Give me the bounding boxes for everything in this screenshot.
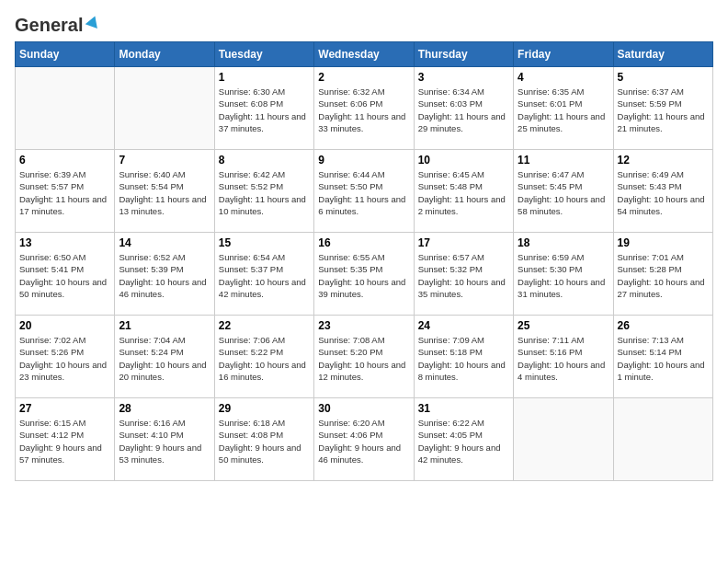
calendar-cell: 6Sunrise: 6:39 AM Sunset: 5:57 PM Daylig… [16,150,115,233]
svg-marker-0 [85,14,101,29]
calendar-cell: 25Sunrise: 7:11 AM Sunset: 5:16 PM Dayli… [514,316,613,398]
day-info: Sunrise: 7:13 AM Sunset: 5:14 PM Dayligh… [618,334,709,383]
day-info: Sunrise: 6:45 AM Sunset: 5:48 PM Dayligh… [418,168,509,217]
day-number: 11 [518,154,609,167]
calendar-cell: 13Sunrise: 6:50 AM Sunset: 5:41 PM Dayli… [16,233,115,316]
day-info: Sunrise: 6:30 AM Sunset: 6:08 PM Dayligh… [219,86,310,134]
day-info: Sunrise: 6:52 AM Sunset: 5:39 PM Dayligh… [119,251,210,300]
calendar-cell: 2Sunrise: 6:32 AM Sunset: 6:06 PM Daylig… [314,67,414,150]
calendar-cell [16,67,115,150]
day-info: Sunrise: 6:32 AM Sunset: 6:06 PM Dayligh… [318,86,409,134]
week-row-3: 13Sunrise: 6:50 AM Sunset: 5:41 PM Dayli… [16,233,713,316]
day-number: 14 [119,236,210,249]
day-number: 12 [618,154,709,167]
calendar-cell: 15Sunrise: 6:54 AM Sunset: 5:37 PM Dayli… [214,233,313,316]
day-number: 26 [618,319,709,332]
calendar-cell: 29Sunrise: 6:18 AM Sunset: 4:08 PM Dayli… [214,398,313,481]
calendar-cell: 8Sunrise: 6:42 AM Sunset: 5:52 PM Daylig… [214,150,313,233]
day-info: Sunrise: 6:44 AM Sunset: 5:50 PM Dayligh… [318,168,409,217]
day-number: 17 [418,236,509,249]
page-header: General [15,15,713,32]
weekday-header-wednesday: Wednesday [314,42,414,67]
calendar-cell: 19Sunrise: 7:01 AM Sunset: 5:28 PM Dayli… [613,233,712,316]
weekday-header-saturday: Saturday [613,42,712,67]
day-info: Sunrise: 6:47 AM Sunset: 5:45 PM Dayligh… [518,168,609,217]
calendar-cell: 9Sunrise: 6:44 AM Sunset: 5:50 PM Daylig… [314,150,414,233]
day-number: 16 [318,236,409,249]
week-row-5: 27Sunrise: 6:15 AM Sunset: 4:12 PM Dayli… [16,398,713,481]
calendar-cell: 4Sunrise: 6:35 AM Sunset: 6:01 PM Daylig… [514,67,613,150]
day-number: 5 [618,71,709,84]
calendar-cell: 27Sunrise: 6:15 AM Sunset: 4:12 PM Dayli… [16,398,115,481]
day-number: 1 [219,71,310,84]
day-info: Sunrise: 7:08 AM Sunset: 5:20 PM Dayligh… [318,334,409,383]
day-info: Sunrise: 7:02 AM Sunset: 5:26 PM Dayligh… [19,334,110,383]
day-info: Sunrise: 7:01 AM Sunset: 5:28 PM Dayligh… [618,251,709,300]
day-info: Sunrise: 6:57 AM Sunset: 5:32 PM Dayligh… [418,251,509,300]
day-info: Sunrise: 6:59 AM Sunset: 5:30 PM Dayligh… [518,251,609,300]
day-info: Sunrise: 6:42 AM Sunset: 5:52 PM Dayligh… [219,168,310,217]
calendar-cell [115,67,214,150]
day-number: 20 [19,319,110,332]
calendar-cell: 5Sunrise: 6:37 AM Sunset: 5:59 PM Daylig… [613,67,712,150]
calendar-cell [514,398,613,481]
day-number: 28 [119,402,210,415]
calendar-cell: 11Sunrise: 6:47 AM Sunset: 5:45 PM Dayli… [514,150,613,233]
calendar-cell: 22Sunrise: 7:06 AM Sunset: 5:22 PM Dayli… [214,316,313,398]
weekday-header-sunday: Sunday [16,42,115,67]
calendar-cell: 16Sunrise: 6:55 AM Sunset: 5:35 PM Dayli… [314,233,414,316]
weekday-header-thursday: Thursday [414,42,513,67]
calendar-cell: 17Sunrise: 6:57 AM Sunset: 5:32 PM Dayli… [414,233,513,316]
day-number: 18 [518,236,609,249]
day-number: 19 [618,236,709,249]
logo-bird-icon [85,14,101,30]
day-number: 4 [518,71,609,84]
day-number: 2 [318,71,409,84]
day-number: 22 [219,319,310,332]
weekday-header-friday: Friday [514,42,613,67]
calendar-cell: 20Sunrise: 7:02 AM Sunset: 5:26 PM Dayli… [16,316,115,398]
day-number: 29 [219,402,310,415]
day-info: Sunrise: 6:22 AM Sunset: 4:05 PM Dayligh… [418,417,509,465]
calendar-cell: 14Sunrise: 6:52 AM Sunset: 5:39 PM Dayli… [115,233,214,316]
calendar-cell: 12Sunrise: 6:49 AM Sunset: 5:43 PM Dayli… [613,150,712,233]
day-number: 10 [418,154,509,167]
calendar-table: SundayMondayTuesdayWednesdayThursdayFrid… [15,41,713,481]
day-info: Sunrise: 6:34 AM Sunset: 6:03 PM Dayligh… [418,86,509,134]
day-info: Sunrise: 7:09 AM Sunset: 5:18 PM Dayligh… [418,334,509,383]
day-number: 25 [518,319,609,332]
day-number: 13 [19,236,110,249]
day-info: Sunrise: 7:04 AM Sunset: 5:24 PM Dayligh… [119,334,210,383]
day-info: Sunrise: 6:37 AM Sunset: 5:59 PM Dayligh… [618,86,709,134]
calendar-cell: 18Sunrise: 6:59 AM Sunset: 5:30 PM Dayli… [514,233,613,316]
calendar-cell: 21Sunrise: 7:04 AM Sunset: 5:24 PM Dayli… [115,316,214,398]
day-number: 31 [418,402,509,415]
day-info: Sunrise: 6:50 AM Sunset: 5:41 PM Dayligh… [19,251,110,300]
weekday-header-monday: Monday [115,42,214,67]
day-number: 24 [418,319,509,332]
calendar-cell: 30Sunrise: 6:20 AM Sunset: 4:06 PM Dayli… [314,398,414,481]
day-number: 27 [19,402,110,415]
day-info: Sunrise: 6:18 AM Sunset: 4:08 PM Dayligh… [219,417,310,465]
day-number: 3 [418,71,509,84]
calendar-cell: 3Sunrise: 6:34 AM Sunset: 6:03 PM Daylig… [414,67,513,150]
calendar-cell: 31Sunrise: 6:22 AM Sunset: 4:05 PM Dayli… [414,398,513,481]
calendar-cell: 26Sunrise: 7:13 AM Sunset: 5:14 PM Dayli… [613,316,712,398]
day-number: 7 [119,154,210,167]
day-info: Sunrise: 6:49 AM Sunset: 5:43 PM Dayligh… [618,168,709,217]
day-info: Sunrise: 6:55 AM Sunset: 5:35 PM Dayligh… [318,251,409,300]
calendar-cell: 23Sunrise: 7:08 AM Sunset: 5:20 PM Dayli… [314,316,414,398]
day-info: Sunrise: 6:54 AM Sunset: 5:37 PM Dayligh… [219,251,310,300]
day-number: 9 [318,154,409,167]
week-row-4: 20Sunrise: 7:02 AM Sunset: 5:26 PM Dayli… [16,316,713,398]
calendar-cell: 28Sunrise: 6:16 AM Sunset: 4:10 PM Dayli… [115,398,214,481]
logo: General [15,15,101,32]
weekday-header-tuesday: Tuesday [214,42,313,67]
weekday-header-row: SundayMondayTuesdayWednesdayThursdayFrid… [16,42,713,67]
week-row-1: 1Sunrise: 6:30 AM Sunset: 6:08 PM Daylig… [16,67,713,150]
day-number: 15 [219,236,310,249]
day-info: Sunrise: 6:15 AM Sunset: 4:12 PM Dayligh… [19,417,110,465]
day-number: 21 [119,319,210,332]
day-info: Sunrise: 6:40 AM Sunset: 5:54 PM Dayligh… [119,168,210,217]
logo-general: General [15,15,83,36]
